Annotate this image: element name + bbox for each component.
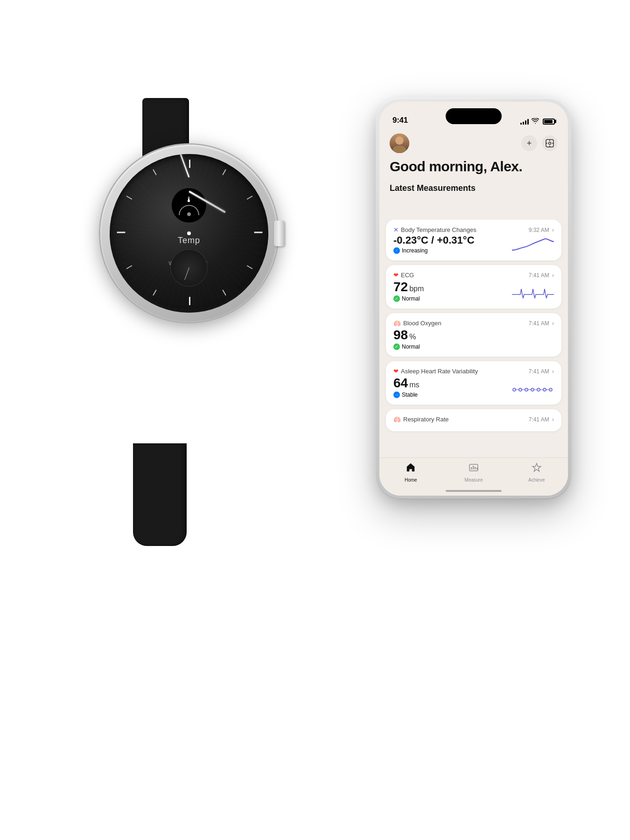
battery-icon: [543, 119, 555, 125]
card-time-ecg: 7:41 AM ›: [529, 272, 554, 279]
card-status-hrv: → Stable: [393, 392, 419, 398]
svg-point-9: [531, 388, 534, 391]
card-status-ecg: ✓ Normal: [393, 295, 424, 302]
watch-crown: [274, 221, 284, 246]
watch: 🌡 Temp WITHINGS: [72, 135, 334, 462]
svg-rect-23: [476, 468, 477, 469]
card-time-bo: 7:41 AM ›: [529, 320, 554, 327]
card-value-row-temp: -0.23°C / +0.31°C ↑ Increasing: [393, 235, 554, 254]
metric-label-ecg: ECG: [401, 272, 414, 279]
card-value-ecg: 72bpm: [393, 280, 424, 294]
metric-name-resp: 🫁 Respiratory Rate: [393, 416, 449, 423]
avatar-face: [395, 136, 404, 145]
metric-name-hrv: ❤ Asleep Heart Rate Variability: [393, 368, 478, 375]
signal-bar-4: [527, 119, 529, 125]
metric-label-bo: Blood Oxygen: [403, 320, 441, 327]
greeting: Good morning, Alex.: [379, 153, 568, 176]
tab-achieve[interactable]: Achieve: [505, 462, 568, 483]
svg-rect-21: [473, 466, 474, 469]
card-value-hrv: 64ms: [393, 377, 419, 390]
achieve-icon: [532, 462, 542, 476]
settings-button[interactable]: [542, 135, 558, 151]
avatar-image: [390, 133, 409, 153]
signal-bar-1: [520, 123, 522, 125]
svg-point-7: [519, 388, 522, 391]
minute-hand: [169, 154, 190, 178]
tab-measure-label: Measure: [465, 477, 483, 483]
status-time: 9:41: [392, 116, 408, 125]
card-value-row-hrv: 64ms → Stable: [393, 377, 554, 398]
metric-name-bo: 🫁 Blood Oxygen: [393, 320, 441, 327]
metric-label-resp: Respiratory Rate: [403, 416, 449, 423]
card-blood-oxygen[interactable]: 🫁 Blood Oxygen 7:41 AM ›: [386, 313, 561, 357]
svg-point-6: [513, 388, 516, 391]
heart-icon: ❤: [393, 272, 399, 279]
card-value-row-bo: 98% ✓ Normal: [393, 329, 554, 350]
svg-rect-22: [475, 467, 476, 469]
heart-icon-hrv: ❤: [393, 368, 399, 375]
status-dot-temp: ↑: [393, 247, 400, 254]
card-time-resp: 7:41 AM ›: [529, 416, 554, 423]
svg-point-12: [549, 388, 552, 391]
card-header-resp: 🫁 Respiratory Rate 7:41 AM ›: [393, 416, 554, 423]
add-button[interactable]: +: [521, 135, 537, 151]
svg-point-10: [537, 388, 540, 391]
card-respiratory[interactable]: 🫁 Respiratory Rate 7:41 AM ›: [386, 409, 561, 431]
phone-frame: 9:41: [376, 98, 572, 499]
watch-dial: 🌡 Temp WITHINGS: [110, 154, 268, 313]
svg-rect-20: [471, 467, 472, 469]
card-hrv[interactable]: ❤ Asleep Heart Rate Variability 7:41 AM …: [386, 361, 561, 405]
watch-case: 🌡 Temp WITHINGS: [100, 145, 278, 322]
measurements-area[interactable]: ✕ Body Temperature Changes 9:32 AM ›: [379, 220, 568, 463]
header-actions: +: [521, 135, 558, 151]
card-ecg[interactable]: ❤ ECG 7:41 AM ›: [386, 265, 561, 308]
card-time-temp: 9:32 AM ›: [529, 227, 554, 233]
subdial: [170, 249, 208, 287]
subdial-hand: [184, 267, 189, 280]
signal-bar-2: [523, 122, 524, 125]
wifi-icon: [532, 118, 539, 125]
card-header-bo: 🫁 Blood Oxygen 7:41 AM ›: [393, 320, 554, 327]
card-value-row-ecg: 72bpm ✓ Normal: [393, 280, 554, 302]
sparkline-temp: [512, 237, 554, 254]
tab-achieve-label: Achieve: [528, 477, 545, 483]
svg-point-8: [525, 388, 528, 391]
lungs-icon-resp: 🫁: [393, 416, 401, 423]
tab-home[interactable]: Home: [379, 462, 442, 483]
status-dot-hrv: →: [393, 392, 400, 398]
hour-hand: [189, 190, 226, 213]
scene: 🌡 Temp WITHINGS: [58, 70, 572, 770]
status-dot-ecg: ✓: [393, 295, 400, 302]
card-header-hrv: ❤ Asleep Heart Rate Variability 7:41 AM …: [393, 368, 554, 375]
signal-bar-3: [525, 120, 526, 125]
watch-band-bottom: [133, 443, 187, 546]
metric-label-temp: Body Temperature Changes: [401, 226, 476, 233]
svg-point-11: [543, 388, 546, 391]
card-header-temp: ✕ Body Temperature Changes 9:32 AM ›: [393, 226, 554, 233]
phone: 9:41: [376, 98, 572, 499]
avatar[interactable]: [390, 133, 409, 153]
card-time-hrv: 7:41 AM ›: [529, 368, 554, 375]
temp-metric-icon: ✕: [393, 226, 399, 233]
sparkline-ecg: [512, 285, 554, 302]
card-status-bo: ✓ Normal: [393, 343, 420, 350]
dynamic-island: [446, 108, 502, 124]
phone-screen: 9:41: [379, 102, 568, 496]
battery-fill: [544, 120, 553, 123]
section-title: Latest Measurements: [379, 176, 568, 198]
watch-hands: [110, 154, 268, 313]
metric-label-hrv: Asleep Heart Rate Variability: [401, 368, 478, 375]
signal-bars: [520, 118, 529, 125]
home-indicator: [446, 490, 502, 492]
svg-point-1: [549, 142, 551, 145]
card-value-bo: 98%: [393, 329, 420, 342]
status-icons: [520, 118, 555, 125]
home-icon: [406, 462, 416, 476]
measure-icon: [469, 462, 479, 476]
metric-name-temp: ✕ Body Temperature Changes: [393, 226, 476, 233]
card-status-temp: ↑ Increasing: [393, 247, 475, 254]
card-body-temperature[interactable]: ✕ Body Temperature Changes 9:32 AM ›: [386, 220, 561, 260]
tab-home-label: Home: [405, 477, 417, 483]
tab-measure[interactable]: Measure: [442, 462, 505, 483]
metric-name-ecg: ❤ ECG: [393, 272, 414, 279]
